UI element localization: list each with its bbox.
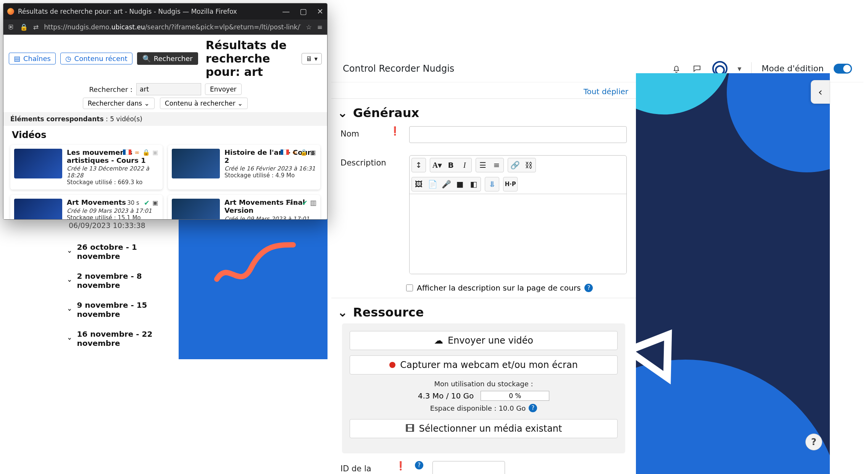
- search-content-dropdown[interactable]: Contenu à rechercher ⌄: [160, 98, 248, 109]
- drawer-toggle[interactable]: ‹: [811, 80, 830, 104]
- help-icon[interactable]: ?: [584, 284, 593, 292]
- channels-button[interactable]: ▤Chaînes: [9, 53, 56, 64]
- thumbnail: [172, 199, 220, 219]
- placeholder-icon: ▥: [310, 199, 316, 207]
- close-icon[interactable]: ✕: [317, 7, 323, 16]
- resource-id-label: ID de la ressource: [340, 461, 386, 474]
- lock-icon: 🔒: [20, 23, 28, 31]
- rte-unlink-button[interactable]: ⛓: [522, 158, 536, 172]
- videos-heading: Vidéos: [3, 126, 327, 143]
- display-mode-button[interactable]: 🖥 ▾: [302, 53, 322, 64]
- thumbnail: [14, 199, 62, 219]
- help-button[interactable]: ?: [805, 434, 822, 450]
- search-icon: 🔍: [142, 55, 151, 63]
- camera-icon: ▣: [152, 199, 159, 206]
- rte-list-ol-button[interactable]: ≡: [490, 158, 503, 172]
- rte-mic-button[interactable]: 🎤: [439, 177, 453, 191]
- show-description-label: Afficher la description sur la page de c…: [417, 283, 581, 292]
- address-bar[interactable]: ⛨ 🔒 ⇄ https://nudgis.demo.ubicast.eu/sea…: [3, 19, 327, 35]
- section-resource: ⌄Ressource ☁ Envoyer une vidéo Capturer …: [331, 298, 636, 474]
- rte-h5p-button[interactable]: H·P: [503, 177, 517, 191]
- video-card[interactable]: 17 s ✔ ▥ Art Movements Final Version Cré…: [168, 195, 320, 219]
- shield-icon: ⛨: [8, 23, 15, 31]
- topic-row[interactable]: ›9 novembre - 15 novembre: [69, 300, 179, 319]
- resource-id-input[interactable]: [432, 461, 505, 474]
- lock-icon: 🔒: [143, 149, 150, 156]
- video-card[interactable]: 30 s ✔ ▣ Art Movements Créé le 09 Mars 2…: [10, 195, 163, 219]
- video-created: Créé le 16 Février 2023 à 16:31: [224, 165, 316, 172]
- bell-icon[interactable]: [671, 63, 682, 74]
- submit-button[interactable]: Envoyer: [205, 84, 242, 95]
- edit-mode-label: Mode d'édition: [762, 64, 824, 73]
- search-in-dropdown[interactable]: Rechercher dans ⌄: [83, 98, 155, 109]
- unfold-all-link[interactable]: Tout déplier: [584, 87, 628, 96]
- rte-italic-button[interactable]: I: [458, 158, 471, 172]
- capture-button[interactable]: Capturer ma webcam et/ou mon écran: [350, 355, 618, 374]
- topic-label: 2 novembre - 8 novembre: [77, 272, 179, 290]
- hero-background: [636, 73, 830, 474]
- rte-download-button[interactable]: ⥥: [485, 177, 499, 191]
- select-existing-button[interactable]: 🎞 Sélectionner un média existant: [350, 419, 618, 438]
- help-icon[interactable]: ?: [529, 404, 537, 412]
- check-icon: ✔: [144, 199, 150, 207]
- clock-icon: ◷: [65, 55, 71, 63]
- video-created: Créé le 09 Mars 2023 à 17:01: [67, 207, 159, 214]
- storage-label: Mon utilisation du stockage :: [350, 380, 618, 388]
- firefox-icon: [7, 8, 14, 15]
- cloud-upload-icon: ☁: [434, 335, 443, 346]
- help-icon[interactable]: ?: [415, 461, 423, 469]
- section-heading[interactable]: ⌄Généraux: [337, 106, 630, 120]
- topic-row[interactable]: ›26 octobre - 1 novembre: [69, 243, 179, 261]
- search-input[interactable]: [136, 83, 201, 95]
- results-count: Éléments correspondants : 5 vidéo(s): [3, 112, 327, 126]
- video-card[interactable]: ∞ 🔒 ▣ Les mouvements artistiques - Cours…: [10, 145, 163, 190]
- rte-body[interactable]: [410, 194, 626, 274]
- video-card[interactable]: ∞ 🔒 ▣ Histoire de l'art - Cours 2 Créé l…: [168, 145, 320, 190]
- chevron-down-icon: ⌄: [337, 106, 348, 120]
- url-text: https://nudgis.demo.ubicast.eu/search/?i…: [44, 23, 300, 31]
- rte-manage-button[interactable]: ◧: [467, 177, 481, 191]
- rte-image-button[interactable]: 🖼: [412, 177, 426, 191]
- storage-usage: 4.3 Mo / 10 Go: [418, 391, 474, 400]
- name-input[interactable]: [409, 126, 627, 143]
- minimize-icon[interactable]: —: [282, 7, 290, 16]
- video-created: Créé le 13 Décembre 2022 à 18:28: [67, 165, 159, 179]
- rte-list-ul-button[interactable]: ☰: [476, 158, 490, 172]
- topic-row[interactable]: ›2 novembre - 8 novembre: [69, 272, 179, 290]
- section-heading[interactable]: ⌄Ressource: [337, 305, 630, 320]
- chevron-right-icon: ›: [66, 308, 74, 311]
- chevron-right-icon: ›: [66, 337, 74, 340]
- required-icon: ❗: [395, 461, 406, 471]
- video-created: Créé le 09 Mars 2023 à 17:01: [224, 215, 316, 219]
- lock-icon: 🔒: [300, 149, 307, 156]
- camera-icon: ▣: [310, 149, 316, 156]
- rte-expand-icon[interactable]: ↕: [412, 158, 426, 172]
- storage-progress: 0 %: [481, 391, 549, 401]
- thumbnail: [172, 149, 220, 178]
- topic-row[interactable]: ›16 novembre - 22 novembre: [69, 329, 179, 348]
- form-panel: Tout déplier ⌄Généraux Nom ❗ Description…: [331, 82, 636, 474]
- search-mode-button[interactable]: 🔍Rechercher: [137, 52, 198, 65]
- search-label: Rechercher :: [89, 85, 132, 93]
- menu-icon[interactable]: ≡: [317, 23, 323, 31]
- upload-video-button[interactable]: ☁ Envoyer une vidéo: [350, 331, 618, 350]
- rte-link-button[interactable]: 🔗: [508, 158, 522, 172]
- rte-bold-button[interactable]: B: [444, 158, 458, 172]
- rte-video-button[interactable]: ■: [453, 177, 467, 191]
- flag-fr-icon: [123, 149, 131, 155]
- rich-text-editor[interactable]: ↕ A▾ B I ☰ ≡ 🔗: [409, 155, 627, 274]
- rte-heading-button[interactable]: A▾: [430, 158, 444, 172]
- bookmark-icon[interactable]: ☆: [306, 23, 312, 31]
- chevron-down-icon[interactable]: ▾: [737, 64, 741, 73]
- edit-toggle[interactable]: [834, 64, 852, 74]
- storage-available: Espace disponible : 10.0 Go: [430, 404, 526, 412]
- thumbnail: [14, 149, 62, 178]
- maximize-icon[interactable]: ▢: [300, 7, 307, 16]
- record-icon: [389, 362, 395, 368]
- recent-button[interactable]: ◷Contenu récent: [60, 53, 132, 64]
- chevron-down-icon: ⌄: [337, 305, 348, 320]
- chat-icon[interactable]: [692, 63, 702, 74]
- rte-file-button[interactable]: 📄: [426, 177, 439, 191]
- results-heading: Résultats de recherche pour: art: [206, 39, 297, 79]
- show-description-checkbox[interactable]: [406, 284, 413, 291]
